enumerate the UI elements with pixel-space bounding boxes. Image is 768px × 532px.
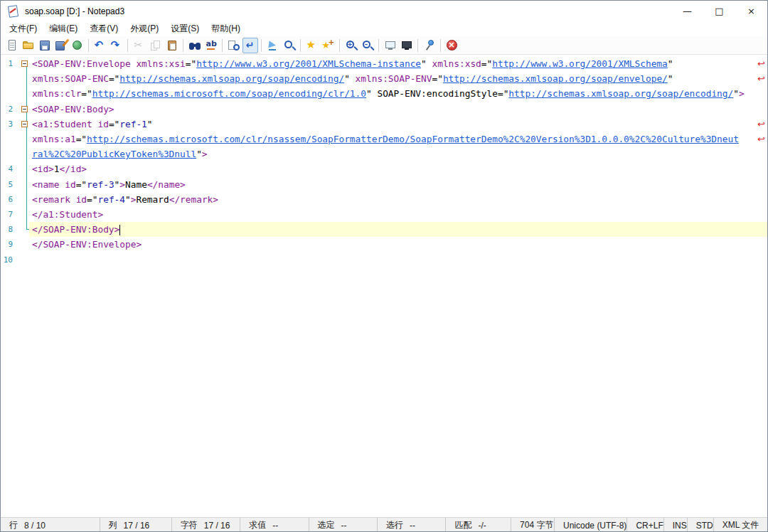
status-eval[interactable]: 求值-- [240,518,309,532]
fold-collapse-marker[interactable] [21,60,28,67]
doc-zoom-icon [283,39,296,52]
hyperlink[interactable]: ral%2C%20PublicKeyToken%3Dnull [32,149,196,159]
tb-zoom-out-button[interactable] [360,38,375,53]
code-line[interactable]: xmlns:clr="http://schemas.microsoft.com/… [29,86,767,101]
syntax-token: =" [76,179,87,190]
favorites-add-icon [322,39,335,52]
hyperlink[interactable]: http://schemas.xmlsoap.org/soap/encoding… [508,88,733,99]
menu-help[interactable]: 帮助(H) [206,21,246,36]
tb-new-file-button[interactable] [4,38,20,53]
fold-collapse-marker[interactable] [21,106,28,112]
status-std[interactable]: STD [688,518,714,532]
tb-word-wrap-button[interactable] [242,38,258,53]
hyperlink[interactable]: http://schemas.microsoft.com/soap/encodi… [92,88,366,99]
tb-find-button[interactable] [187,38,203,53]
tb-favorites-open-button[interactable] [304,38,320,53]
tb-paste-button[interactable] [164,38,180,53]
code-line[interactable]: <id>1</id> [29,161,767,176]
status-sel-lines[interactable]: 选行-- [378,518,446,532]
menu-edit[interactable]: 编辑(E) [43,21,83,36]
status-matches[interactable]: 匹配-/- [446,518,511,532]
syntax-token: ref-4 [97,194,125,205]
menu-file[interactable]: 文件(F) [4,21,43,36]
tb-redo-button[interactable] [109,38,124,53]
tb-favorites-add-button[interactable] [321,38,336,53]
tb-scheme-config-button[interactable] [399,38,415,53]
status-sel-lines-label: 选行 [386,519,403,531]
syntax-token: xmlns:a1 [32,134,76,144]
tb-hyperlink-hotspots-button[interactable] [265,38,281,53]
minimize-button[interactable]: — [671,1,703,21]
code-line[interactable]: <SOAP-ENV:Body> [29,102,767,117]
status-file-type[interactable]: XML 文件 [714,518,767,532]
app-icon[interactable] [7,5,19,17]
menu-settings[interactable]: 设置(S) [165,21,205,36]
editor[interactable]: 1<SOAP-ENV:Envelope xmlns:xsi="http://ww… [1,54,767,517]
status-insert-mode-value: INS [673,521,687,531]
status-selection[interactable]: 选定-- [309,518,378,532]
code-line[interactable]: </SOAP-ENV:Envelope> [29,237,767,252]
line-number: 9 [1,240,19,249]
code-line[interactable]: xmlns:a1="http://schemas.microsoft.com/c… [29,132,767,147]
hyperlink[interactable]: http://schemas.microsoft.com/clr/nsassem… [87,134,739,144]
status-encoding[interactable]: Unicode (UTF-8) [555,518,627,532]
menu-bar: 文件(F)编辑(E)查看(V)外观(P)设置(S)帮助(H) [1,21,767,36]
tb-exit-button[interactable] [444,38,460,53]
syntax-token: xmlns:xsd [432,58,481,69]
code-line[interactable]: </SOAP-ENV:Body> [29,222,767,237]
syntax-token: </a1:Student> [32,209,103,220]
status-std-value: STD [696,521,713,531]
maximize-button[interactable]: □ [703,1,735,21]
word-wrap-icon [244,39,257,52]
tb-browse-button[interactable] [70,38,85,53]
tb-cut-button[interactable] [132,38,147,53]
editor-rows: 1<SOAP-ENV:Envelope xmlns:xsi="http://ww… [1,55,767,267]
code-line[interactable]: <SOAP-ENV:Envelope xmlns:xsi="http://www… [29,56,767,71]
tb-copy-button[interactable] [148,38,164,53]
tb-doc-zoom-button[interactable] [282,38,297,53]
tb-open-file-button[interactable] [21,38,36,53]
tb-replace-button[interactable] [203,38,219,53]
tb-save-file-button[interactable] [37,38,53,53]
tb-scheme-select-button[interactable] [383,38,398,53]
status-line[interactable]: 行8 / 10 [1,518,100,532]
status-selection-label: 选定 [318,519,335,531]
status-column-label: 列 [109,519,117,531]
syntax-token: " [125,194,131,205]
editor-row: 9</SOAP-ENV:Envelope> [1,237,767,252]
code-line[interactable]: xmlns:SOAP-ENC="http://schemas.xmlsoap.o… [29,71,767,86]
status-bytes[interactable]: 704 字节 [511,518,555,532]
code-line[interactable]: ral%2C%20PublicKeyToken%3Dnull"> [29,147,767,161]
close-button[interactable]: × [735,1,767,21]
hyperlink[interactable]: http://schemas.xmlsoap.org/soap/encoding… [119,73,344,84]
tb-zoom-in-button[interactable] [343,38,359,53]
syntax-token: " [733,88,739,99]
code-line[interactable]: <name id="ref-3">Name</name> [29,177,767,192]
caret [119,225,120,235]
code-line[interactable]: </a1:Student> [29,207,767,222]
hyperlink[interactable]: http://www.w3.org/2001/XMLSchema-instanc… [196,58,421,69]
cut-icon [133,39,146,52]
tb-pin-on-top-button[interactable] [422,38,437,53]
code-line[interactable]: <a1:Student id="ref-1" [29,117,767,132]
status-eol[interactable]: CR+LF [627,518,663,532]
fold-collapse-marker[interactable] [21,121,28,127]
menu-view[interactable]: 查看(V) [84,21,124,36]
fold-margin [19,252,29,267]
code-line[interactable]: <remark id="ref-4">Remard</remark> [29,192,767,207]
status-chars[interactable]: 字符17 / 16 [172,518,240,532]
toolbar-separator [261,39,262,52]
hyperlink[interactable]: http://www.w3.org/2001/XMLSchema [492,58,668,69]
tb-undo-button[interactable] [92,38,108,53]
menu-appearance[interactable]: 外观(P) [124,21,164,36]
tb-save-as-button[interactable] [53,38,69,53]
status-column[interactable]: 列17 / 16 [100,518,172,532]
toolbar-separator [183,39,183,52]
status-insert-mode[interactable]: INS [664,518,688,532]
syntax-token: <SOAP-ENV:Body> [32,104,114,115]
syntax-token: " [366,88,377,99]
syntax-token: <name [32,179,65,190]
tb-open-with-button[interactable] [226,38,242,53]
replace-icon [205,39,218,52]
hyperlink[interactable]: http://schemas.xmlsoap.org/soap/envelope… [443,73,668,84]
